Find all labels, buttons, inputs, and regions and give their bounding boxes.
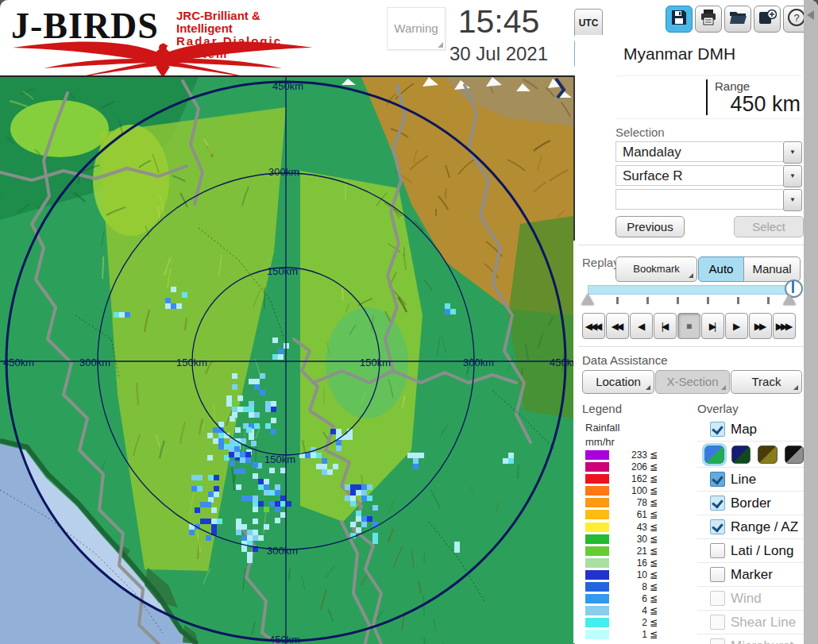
ring-label: 300km: [463, 357, 494, 368]
ring-label: 300km: [79, 357, 110, 368]
previous-button[interactable]: Previous: [615, 216, 685, 237]
legend-leq-symbol: ≦: [650, 546, 658, 557]
overlay-item-label: Wind: [731, 591, 762, 607]
overlay-item-border[interactable]: Border: [697, 492, 804, 515]
legend-swatch: [585, 630, 609, 639]
toolbar: ?: [666, 6, 810, 33]
stop-button[interactable]: ■: [677, 313, 700, 339]
legend-title-line1: Rainfall: [585, 421, 619, 435]
overlay-item-lati-long[interactable]: Lati / Long: [697, 539, 804, 563]
play-reverse-button[interactable]: ◀: [630, 313, 653, 339]
ring-label: 300km: [268, 166, 299, 178]
location-button[interactable]: Location: [582, 370, 654, 394]
replay-manual-button[interactable]: Manual: [743, 256, 801, 282]
checkbox[interactable]: [710, 615, 725, 630]
overlay-item-wind[interactable]: Wind: [697, 587, 804, 611]
save-button[interactable]: [666, 6, 693, 33]
ring-label: 450km: [269, 634, 300, 644]
legend-swatch: [585, 486, 609, 496]
checkbox[interactable]: [710, 591, 725, 606]
step-forward-button[interactable]: ▶|: [701, 313, 724, 339]
overlay-item-marker[interactable]: Marker: [697, 563, 804, 587]
checkbox[interactable]: [710, 496, 725, 511]
legend-swatch: [585, 462, 609, 472]
legend-value: 21: [612, 546, 647, 557]
step-back-button[interactable]: |◀: [654, 313, 677, 339]
overlay-item-map[interactable]: Map: [697, 418, 804, 442]
overlay-item-label: Map: [731, 422, 757, 438]
replay-slider-start-marker[interactable]: [581, 294, 594, 305]
map-style-swatch-3[interactable]: [758, 445, 777, 464]
overlay-item-line[interactable]: Line: [697, 468, 804, 492]
legend-swatch: [585, 558, 609, 568]
legend-leq-symbol: ≦: [650, 581, 658, 592]
checkbox[interactable]: [710, 519, 725, 534]
fast-forward-button[interactable]: ▶▶: [749, 313, 772, 339]
radar-map[interactable]: 450km300km150km150km300km450km450km300km…: [0, 75, 573, 644]
ring-label: 450km: [272, 80, 303, 92]
x-section-corner-triangle: [721, 385, 726, 390]
overlay-item-shear-line[interactable]: Shear Line: [697, 611, 804, 634]
checkbox[interactable]: [710, 422, 725, 437]
ring-label: 150km: [360, 357, 391, 368]
legend-leq-symbol: ≦: [650, 534, 658, 545]
fast-rewind-button[interactable]: ◀◀: [606, 313, 629, 339]
print-button[interactable]: [695, 6, 722, 33]
overlay-item-range-az[interactable]: Range / AZ: [697, 515, 804, 539]
replay-auto-button[interactable]: Auto: [698, 256, 744, 282]
site-dropdown-arrow-icon[interactable]: ▼: [783, 141, 802, 164]
replay-tick: [707, 297, 709, 304]
map-style-swatch-1[interactable]: [704, 445, 724, 464]
location-label: Location: [596, 375, 641, 388]
overlay-item-label: Range / AZ: [731, 519, 798, 535]
select-button[interactable]: Select: [734, 216, 804, 237]
legend-swatch: [585, 618, 609, 627]
extra-dropdown[interactable]: [615, 189, 783, 210]
legend-swatch: [585, 498, 609, 507]
legend-swatch: [585, 594, 609, 604]
checkbox[interactable]: [710, 567, 725, 582]
map-style-swatch-4[interactable]: [785, 445, 804, 464]
legend-label: Legend: [582, 402, 622, 415]
play-button[interactable]: ▶: [725, 313, 748, 339]
open-folder-button[interactable]: [724, 6, 751, 33]
jump-start-button[interactable]: ◀◀◀: [582, 313, 605, 339]
checkbox[interactable]: [710, 472, 725, 487]
legend-leq-symbol: ≦: [650, 485, 658, 496]
overlay-item-microburst[interactable]: Microburst: [697, 634, 804, 644]
ring-label: 450km: [3, 357, 34, 368]
replay-tick: [616, 297, 619, 304]
legend-value: 2: [612, 617, 647, 628]
legend-leq-symbol: ≦: [650, 617, 658, 628]
product-dropdown-arrow-icon[interactable]: ▼: [783, 165, 802, 187]
overlay-item-label: Line: [731, 472, 756, 488]
legend-swatch: [585, 546, 609, 556]
panel-collapse-strip[interactable]: [804, 0, 818, 644]
legend-leq-symbol: ≦: [650, 509, 658, 520]
open-folder-icon: [728, 8, 747, 30]
site-dropdown[interactable]: Mandalay: [615, 141, 783, 162]
bookmark-button[interactable]: Bookmark: [615, 256, 697, 282]
export-image-icon: [758, 8, 777, 30]
replay-slider-end-marker[interactable]: [783, 294, 796, 305]
legend-value: 206: [612, 461, 647, 472]
warning-button[interactable]: Warning: [387, 7, 446, 50]
jump-end-button[interactable]: ▶▶▶: [773, 313, 796, 339]
track-button[interactable]: Track: [731, 370, 802, 394]
clock-time: 15:45: [447, 3, 550, 40]
checkbox[interactable]: [710, 638, 725, 644]
extra-dropdown-arrow-icon[interactable]: ▼: [783, 189, 802, 211]
utc-button[interactable]: UTC: [574, 9, 603, 38]
replay-tick: [737, 297, 739, 304]
jbirds-app: J-BIRDS JRC-Brilliant & Intelligent Rada…: [0, 0, 818, 644]
map-style-swatch-2[interactable]: [731, 445, 751, 464]
separator: [578, 346, 804, 347]
overlay-item-label: Shear Line: [731, 615, 796, 631]
legend-leq-symbol: ≦: [650, 593, 658, 604]
x-section-button[interactable]: X-Section: [655, 370, 730, 394]
checkbox[interactable]: [710, 543, 725, 558]
print-icon: [699, 8, 718, 30]
export-image-button[interactable]: [754, 6, 781, 33]
replay-slider-track[interactable]: [588, 285, 797, 295]
product-dropdown[interactable]: Surface R: [615, 165, 783, 186]
